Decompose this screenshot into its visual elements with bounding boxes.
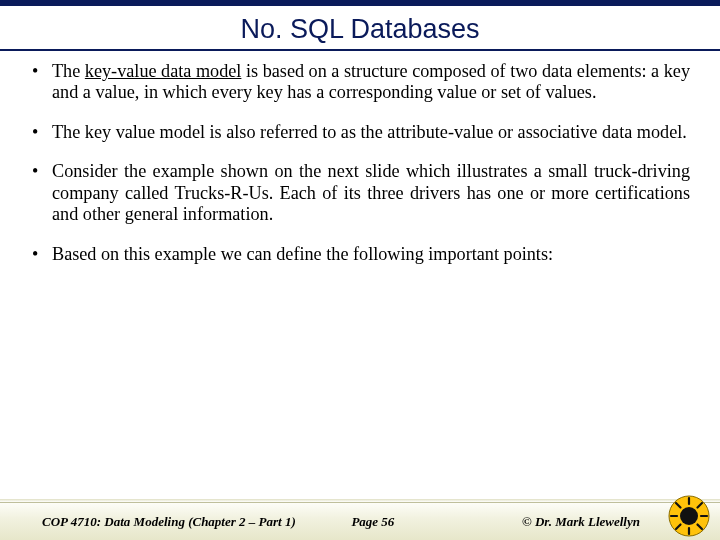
bullet-list: The key-value data model is based on a s… <box>30 61 690 265</box>
slide: No. SQL Databases The key-value data mod… <box>0 0 720 540</box>
title-divider <box>0 49 720 51</box>
slide-title: No. SQL Databases <box>0 6 720 49</box>
footer: COP 4710: Data Modeling (Chapter 2 – Par… <box>0 502 720 540</box>
ucf-logo-icon <box>668 495 710 537</box>
slide-content: The key-value data model is based on a s… <box>0 61 720 499</box>
bullet-item: Consider the example shown on the next s… <box>30 161 690 225</box>
svg-point-1 <box>680 507 698 525</box>
footer-center: Page 56 <box>351 514 394 530</box>
bullet-text: Based on this example we can define the … <box>52 244 553 264</box>
bullet-text-underlined: key-value data model <box>85 61 242 81</box>
footer-left: COP 4710: Data Modeling (Chapter 2 – Par… <box>12 514 296 530</box>
bullet-text: Consider the example shown on the next s… <box>52 161 690 224</box>
bullet-item: The key-value data model is based on a s… <box>30 61 690 104</box>
bullet-item: The key value model is also referred to … <box>30 122 690 143</box>
bullet-item: Based on this example we can define the … <box>30 244 690 265</box>
bullet-text-pre: The <box>52 61 85 81</box>
bullet-text: The key value model is also referred to … <box>52 122 687 142</box>
